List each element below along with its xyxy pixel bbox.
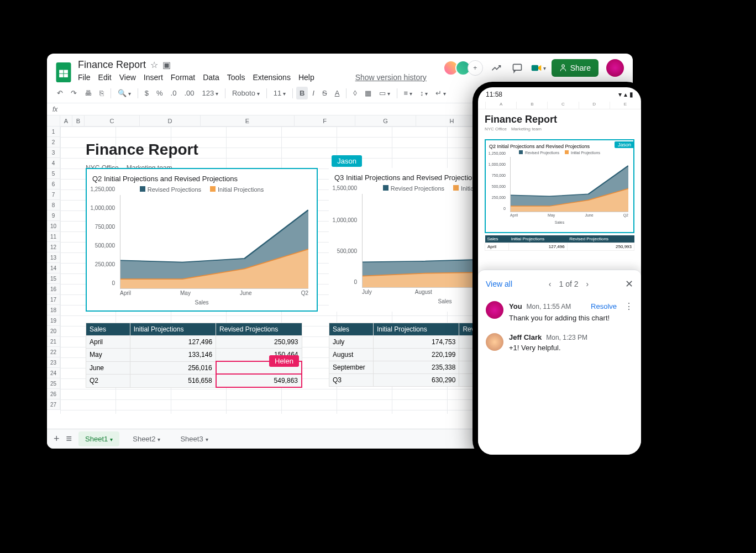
close-icon[interactable]: ✕: [625, 278, 633, 290]
trend-icon[interactable]: [489, 60, 504, 76]
row-header[interactable]: 3: [47, 148, 60, 158]
halign-icon[interactable]: ≡: [401, 87, 416, 99]
mobile-col-headers[interactable]: A B C D E: [478, 102, 641, 109]
collab-tag-helen: Helen: [269, 355, 299, 367]
valign-icon[interactable]: ↕: [417, 87, 431, 99]
tab-sheet1[interactable]: Sheet1▾: [78, 431, 119, 446]
mobile-table[interactable]: SalesInitial ProjectionsRevised Projecti…: [485, 235, 634, 251]
row-header[interactable]: 9: [47, 210, 60, 221]
row-header[interactable]: 20: [47, 326, 60, 336]
comment-time: Mon, 1:23 PM: [546, 334, 587, 341]
currency-icon[interactable]: $: [141, 87, 152, 99]
more-formats-dropdown[interactable]: 123: [199, 87, 222, 99]
row-header[interactable]: 4: [47, 158, 60, 168]
font-size-dropdown[interactable]: 11: [270, 87, 289, 99]
row-header[interactable]: 16: [47, 284, 60, 294]
undo-icon[interactable]: ↶: [54, 87, 66, 99]
menu-data[interactable]: Data: [203, 73, 219, 82]
wrap-icon[interactable]: ↵: [432, 87, 449, 99]
doc-title[interactable]: Finance Report: [78, 59, 146, 71]
col-d[interactable]: D: [140, 115, 201, 126]
meet-button[interactable]: ▾: [531, 60, 546, 76]
font-dropdown[interactable]: Roboto: [229, 87, 263, 99]
battery-icon: ▮: [629, 91, 633, 98]
print-icon[interactable]: 🖶: [81, 87, 95, 99]
merge-cells-icon[interactable]: ▭: [376, 87, 393, 99]
comment-history-icon[interactable]: [510, 60, 525, 76]
menu-view[interactable]: View: [119, 73, 136, 82]
borders-icon[interactable]: ▦: [361, 87, 375, 99]
row-header[interactable]: 27: [47, 399, 60, 410]
collab-more-icon[interactable]: +: [468, 60, 483, 76]
row-header[interactable]: 7: [47, 189, 60, 200]
col-a[interactable]: A: [60, 115, 72, 126]
fx-label: fx: [53, 106, 57, 113]
menu-help[interactable]: Help: [298, 73, 314, 82]
star-icon[interactable]: ☆: [150, 60, 158, 70]
row-header[interactable]: 8: [47, 200, 60, 210]
dec-increase-icon[interactable]: .00: [181, 87, 197, 99]
menu-file[interactable]: File: [78, 73, 91, 82]
row-header[interactable]: 5: [47, 168, 60, 179]
all-sheets-icon[interactable]: ≡: [66, 433, 72, 445]
row-header[interactable]: 22: [47, 347, 60, 357]
dec-decrease-icon[interactable]: .0: [167, 87, 180, 99]
row-header[interactable]: 13: [47, 252, 60, 263]
row-header[interactable]: 1: [47, 127, 60, 137]
resolve-link[interactable]: Resolve: [591, 302, 617, 310]
mobile-preview: 11:58 ▾ ▴ ▮ A B C D E Finance Report NYC…: [473, 82, 647, 460]
move-to-drive-icon[interactable]: ▣: [162, 60, 171, 70]
mobile-chart[interactable]: Q2 Initial Projections and Revised Proje…: [485, 139, 634, 233]
chart-q2-legend: Revised Projections Initial Projections: [92, 186, 311, 193]
row-header[interactable]: 10: [47, 221, 60, 231]
menu-tools[interactable]: Tools: [227, 73, 245, 82]
collab-tag-jason: Jason: [332, 155, 362, 167]
comment-menu-icon[interactable]: ⋮: [624, 301, 633, 312]
comment-item: You Mon, 11:55 AM Resolve ⋮ Thank you fo…: [486, 301, 633, 322]
row-header[interactable]: 15: [47, 273, 60, 284]
row-header[interactable]: 23: [47, 357, 60, 368]
row-header[interactable]: 18: [47, 305, 60, 315]
add-sheet-icon[interactable]: +: [54, 433, 60, 445]
profile-avatar[interactable]: [606, 59, 624, 77]
row-header[interactable]: 12: [47, 242, 60, 252]
menu-format[interactable]: Format: [171, 73, 195, 82]
row-header[interactable]: 14: [47, 263, 60, 273]
redo-icon[interactable]: ↷: [67, 87, 80, 99]
version-history-link[interactable]: Show version history: [355, 73, 427, 82]
paint-format-icon[interactable]: ⎘: [96, 87, 107, 99]
col-g[interactable]: G: [355, 115, 416, 126]
row-header[interactable]: 17: [47, 294, 60, 305]
row-header[interactable]: 11: [47, 231, 60, 242]
bold-icon[interactable]: B: [296, 87, 308, 99]
row-header[interactable]: 2: [47, 137, 60, 148]
zoom-dropdown[interactable]: 🔍: [114, 87, 134, 99]
row-header[interactable]: 24: [47, 368, 60, 378]
strike-icon[interactable]: S: [319, 87, 330, 99]
row-header[interactable]: 25: [47, 378, 60, 389]
text-color-icon[interactable]: A: [332, 87, 343, 99]
chart-q2[interactable]: Q2 Initial Projections and Revised Proje…: [86, 168, 318, 312]
row-header[interactable]: 6: [47, 179, 60, 189]
row-header[interactable]: 26: [47, 389, 60, 399]
col-c[interactable]: C: [85, 115, 140, 126]
view-all-link[interactable]: View all: [486, 280, 512, 288]
col-f[interactable]: F: [295, 115, 355, 126]
italic-icon[interactable]: I: [309, 87, 318, 99]
col-b[interactable]: B: [72, 115, 85, 126]
collaborator-avatars[interactable]: +: [447, 60, 483, 76]
tab-sheet3[interactable]: Sheet3▾: [174, 431, 214, 446]
row-header[interactable]: 19: [47, 315, 60, 326]
row-headers[interactable]: 1234567891011121314151617181920212223242…: [47, 127, 60, 410]
prev-comment-icon[interactable]: ‹: [549, 280, 552, 288]
tab-sheet2[interactable]: Sheet2▾: [126, 431, 167, 446]
menu-insert[interactable]: Insert: [144, 73, 163, 82]
share-button[interactable]: Share: [552, 59, 599, 77]
col-e[interactable]: E: [201, 115, 295, 126]
row-header[interactable]: 21: [47, 336, 60, 347]
next-comment-icon[interactable]: ›: [586, 280, 589, 288]
fill-color-icon[interactable]: ◊: [350, 87, 360, 99]
menu-edit[interactable]: Edit: [98, 73, 112, 82]
percent-icon[interactable]: %: [153, 87, 166, 99]
menu-extensions[interactable]: Extensions: [253, 73, 290, 82]
